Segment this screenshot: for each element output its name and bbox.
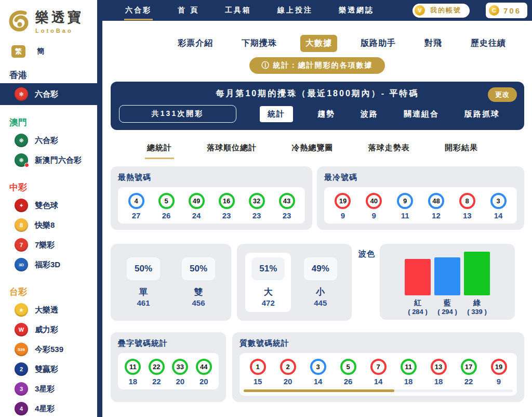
sidebar-item-label: 7樂彩 (35, 240, 55, 250)
banner-tab-pattern-catch[interactable]: 版路抓球 (463, 106, 501, 122)
odd-even-card: 50%單46150%雙456 (111, 244, 231, 321)
ball-count: 24 (192, 211, 201, 220)
sidebar-item-label: 3星彩 (35, 384, 55, 394)
subnav-item-history[interactable]: 歷史往績 (466, 35, 511, 52)
sidebar-item-macau-mark-six[interactable]: ❋六合彩 (0, 131, 97, 150)
banner-tabs: 統計趨勢波路關連組合版路抓球 (260, 106, 501, 122)
draw-settings-banner: 每月第10期的攪珠（最近1800期內）- 平特碼 更改 共131次開彩 統計趨勢… (111, 82, 524, 130)
wave-bar-value: ( 294 ) (437, 308, 457, 316)
sidebar-item-fucai-3d[interactable]: 3D福彩3D (0, 255, 97, 275)
sidebar-item-7-lotto[interactable]: 77樂彩 (0, 235, 97, 255)
ball-count: 26 (344, 377, 353, 386)
sidebar-item-3-star[interactable]: 33星彩 (0, 379, 97, 399)
lang-simplified-button[interactable]: 簡 (37, 47, 44, 56)
sidebar-item-label: 新澳門六合彩 (35, 155, 82, 165)
macau-mark-six-icon: ❋ (15, 134, 28, 147)
stat-tab-drop-trend-table[interactable]: 落球走勢表 (366, 139, 412, 159)
sidebar-item-double-win[interactable]: 2雙贏彩 (0, 359, 97, 379)
ball-number: 49 (189, 193, 205, 209)
wave-bar-value: ( 339 ) (467, 308, 487, 316)
happy-8-icon: 8 (15, 218, 28, 232)
ball-count: 9 (372, 211, 376, 220)
ball-number: 48 (428, 193, 444, 209)
sidebar-item-double-color-ball[interactable]: ✦雙色球 (0, 196, 97, 215)
ball-count: 23 (252, 211, 261, 220)
prime-ball-row: 115220314526714111813181722199 (243, 359, 514, 386)
subnav-item-big-data[interactable]: 大數據 (300, 35, 337, 52)
ball-number: 9 (397, 193, 413, 209)
big-label: 大 (264, 286, 273, 298)
lottery-ball-item: 1722 (454, 359, 484, 386)
ball-number: 43 (279, 193, 295, 209)
topnav-item-home[interactable]: 首 頁 (177, 1, 200, 20)
ball-count: 20 (176, 377, 184, 386)
sidebar-item-power-lotto[interactable]: W威力彩 (0, 320, 97, 340)
cold-numbers-balls: 1994099114812813314 (324, 187, 517, 224)
wave-bar-column: 紅( 284 ) (404, 259, 431, 316)
ball-count: 13 (463, 211, 472, 220)
topnav-item-online-betting[interactable]: 線上投注 (276, 1, 314, 20)
horizontal-scrollbar[interactable] (244, 389, 513, 392)
banner-tab-statistics[interactable]: 統計 (260, 106, 293, 122)
subnav-item-duifei[interactable]: 對飛 (419, 35, 447, 52)
sidebar-nav: 香港✻六合彩澳門❋六合彩❋新澳門六合彩中彩✦雙色球8快樂877樂彩3D福彩3D台… (0, 69, 97, 417)
prime-numbers-title: 質數號碼統計 (240, 338, 517, 348)
topnav-item-toolbox[interactable]: 工具箱 (224, 1, 252, 20)
lottery-ball-item: 409 (366, 193, 382, 220)
sidebar-item-4-star[interactable]: 44星彩 (0, 399, 97, 417)
double-win-icon: 2 (15, 362, 28, 376)
subnav-item-lottery-intro[interactable]: 彩票介紹 (172, 35, 218, 52)
brand-logo[interactable]: 樂透寶 LotoBao (0, 0, 97, 34)
lottery-ball-item: 1318 (423, 359, 454, 386)
sidebar-item-new-macau-mark-six[interactable]: ❋新澳門六合彩 (0, 150, 97, 170)
lang-traditional-button[interactable]: 繁 (11, 45, 25, 58)
ball-number: 32 (249, 193, 265, 209)
topnav-item-mark-six[interactable]: 六合彩 (124, 1, 153, 20)
fucai-3d-icon: 3D (15, 258, 28, 271)
stat-tab-draw-results[interactable]: 開彩結果 (443, 139, 480, 159)
stat-tab-hot-cold-overview[interactable]: 冷熱總覽圖 (290, 139, 336, 159)
lottery-ball-item: 4812 (428, 193, 444, 220)
change-button[interactable]: 更改 (488, 87, 517, 102)
sidebar-item-hk-mark-six[interactable]: ✻六合彩 (0, 83, 97, 105)
ball-count: 23 (283, 211, 291, 220)
topnav: 六合彩首 頁工具箱線上投注樂透網誌 (124, 1, 375, 20)
stat-tab-drop-order-totals[interactable]: 落球順位總計 (205, 139, 259, 159)
stat-tab-total-stats[interactable]: 總統計 (145, 139, 174, 159)
lottery-ball-item: 526 (158, 193, 175, 220)
topnav-item-lotto-blog[interactable]: 樂透網誌 (338, 1, 375, 20)
wave-color-section: 波色 紅( 284 )藍( 294 )綠( 339 ) (358, 244, 515, 320)
banner-tab-related-combos[interactable]: 關連組合 (403, 106, 440, 122)
wave-color-bars: 紅( 284 )藍( 294 )綠( 339 ) (404, 250, 490, 316)
subnav-item-pattern-assistant[interactable]: 版路助手 (355, 35, 401, 52)
scrollbar-thumb[interactable] (244, 389, 394, 392)
ball-number: 33 (172, 359, 188, 375)
ball-number: 5 (158, 193, 175, 209)
coin-icon: C (489, 5, 499, 16)
banner-tab-trend[interactable]: 趨勢 (316, 106, 336, 122)
subnav-item-next-draw[interactable]: 下期攪珠 (236, 35, 282, 52)
account-button[interactable]: V 我的帳號 (413, 4, 470, 18)
sidebar-item-happy-8[interactable]: 8快樂8 (0, 215, 97, 235)
ball-number: 7 (370, 359, 387, 375)
sidebar-item-big-lotto[interactable]: ★大樂透 (0, 300, 97, 320)
stat-col-big: 51%大472 (245, 253, 291, 312)
main-content: 彩票介紹下期攪珠大數據版路助手對飛歷史往績 ⓘ 統計：總計開彩的各項數據 每月第… (102, 21, 532, 417)
ball-number: 13 (431, 359, 447, 375)
double-digit-card: 疊字號碼統計 1118222233204420 (111, 332, 226, 402)
double-color-ball-icon: ✦ (15, 199, 28, 212)
ball-count: 14 (374, 377, 383, 386)
lottery-ball-item: 199 (484, 359, 514, 386)
brand-name: 樂透寶 (35, 8, 84, 27)
7-lotto-icon: 7 (15, 238, 28, 252)
ball-number: 1 (250, 359, 266, 375)
lottery-ball-item: 115 (243, 359, 273, 386)
4-star-icon: 4 (15, 402, 28, 415)
new-badge-icon (24, 163, 29, 167)
wave-bar-column: 綠( 339 ) (463, 252, 490, 316)
banner-tab-wave-path[interactable]: 波路 (360, 106, 379, 122)
sidebar-item-daily-539[interactable]: 539今彩539 (0, 340, 97, 359)
ball-number: 3 (490, 193, 507, 209)
balance-display[interactable]: C 706 (486, 3, 527, 18)
cold-numbers-card: 最冷號碼 1994099114812813314 (317, 166, 524, 230)
